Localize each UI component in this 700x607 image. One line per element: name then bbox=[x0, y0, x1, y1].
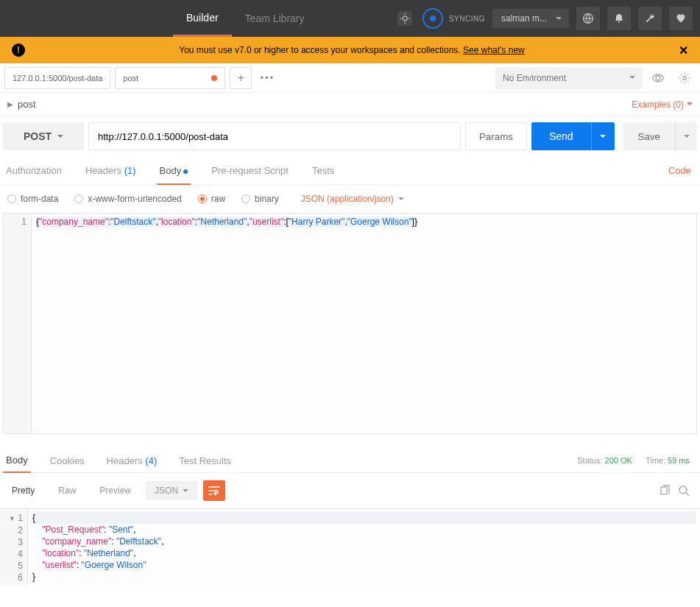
tab-prerequest[interactable]: Pre-request Script bbox=[208, 158, 291, 184]
sync-status: SYNCING bbox=[423, 8, 485, 29]
environment-select[interactable]: No Environment bbox=[495, 67, 643, 89]
radio-binary[interactable]: binary bbox=[241, 194, 279, 204]
capture-icon[interactable] bbox=[397, 11, 412, 26]
examples-dropdown[interactable]: Examples (0) bbox=[632, 99, 693, 110]
user-menu[interactable]: salman m... bbox=[492, 9, 569, 28]
svg-point-2 bbox=[683, 76, 686, 79]
banner-link[interactable]: See what's new bbox=[463, 45, 525, 55]
copy-icon[interactable] bbox=[659, 485, 671, 497]
save-dropdown-button[interactable] bbox=[675, 122, 697, 150]
resp-tab-cookies[interactable]: Cookies bbox=[47, 449, 88, 472]
resp-tab-body[interactable]: Body bbox=[3, 449, 31, 473]
tab-authorization[interactable]: Authorization bbox=[3, 158, 65, 184]
format-select[interactable]: JSON (application/json) bbox=[301, 194, 404, 204]
editor-gutter: 1 bbox=[4, 214, 32, 433]
warning-icon: ! bbox=[12, 43, 25, 57]
search-icon[interactable] bbox=[678, 485, 690, 497]
response-status: Status: 200 OK Time: 59 ms bbox=[577, 456, 697, 465]
svg-rect-3 bbox=[661, 487, 667, 494]
nav-tab-builder[interactable]: Builder bbox=[173, 0, 232, 37]
tab-headers[interactable]: Headers (1) bbox=[82, 158, 139, 184]
request-tab-row: 127.0.0.1:5000/post-data post + ••• No E… bbox=[0, 63, 700, 93]
environment-gear-icon[interactable] bbox=[674, 67, 696, 89]
crumb-arrow-icon[interactable]: ▶ bbox=[7, 100, 13, 108]
send-button[interactable]: Send bbox=[531, 122, 591, 150]
banner-close-icon[interactable]: ✕ bbox=[679, 43, 688, 57]
request-tab-1[interactable]: 127.0.0.1:5000/post-data bbox=[4, 67, 110, 89]
body-type-row: form-data x-www-form-urlencoded raw bina… bbox=[0, 185, 700, 213]
environment-eye-icon[interactable] bbox=[647, 67, 669, 89]
request-sub-tabs: Authorization Headers (1) Body Pre-reque… bbox=[0, 158, 700, 185]
update-banner: ! You must use v7.0 or higher to access … bbox=[0, 37, 700, 63]
globe-icon[interactable] bbox=[576, 7, 600, 30]
code-link[interactable]: Code bbox=[662, 158, 697, 184]
request-tab-2[interactable]: post bbox=[115, 67, 225, 89]
svg-point-4 bbox=[679, 486, 687, 494]
request-row: POST Params Send Save bbox=[0, 116, 700, 158]
tab-body[interactable]: Body bbox=[157, 158, 191, 185]
resp-format-select[interactable]: JSON bbox=[146, 481, 197, 500]
resp-tab-results[interactable]: Test Results bbox=[176, 449, 234, 472]
request-body-editor[interactable]: 1 {"company_name":"Delftstack","location… bbox=[3, 213, 697, 434]
url-input[interactable] bbox=[88, 122, 461, 150]
resp-view-pretty[interactable]: Pretty bbox=[3, 481, 43, 500]
radio-urlencoded[interactable]: x-www-form-urlencoded bbox=[74, 194, 181, 204]
resp-tab-headers[interactable]: Headers (4) bbox=[104, 449, 160, 472]
sync-icon bbox=[423, 8, 443, 29]
tab-overflow-button[interactable]: ••• bbox=[256, 72, 278, 83]
request-name: post bbox=[18, 99, 36, 110]
sync-text: SYNCING bbox=[449, 15, 485, 23]
new-tab-button[interactable]: + bbox=[230, 67, 252, 89]
send-dropdown-button[interactable] bbox=[591, 122, 615, 150]
editor-code[interactable]: {"company_name":"Delftstack","location":… bbox=[32, 214, 696, 433]
radio-raw[interactable]: raw bbox=[198, 194, 225, 204]
resp-code[interactable]: { "Post_Request": "Sent", "company_name"… bbox=[28, 509, 700, 586]
banner-text: You must use v7.0 or higher to access yo… bbox=[34, 45, 670, 55]
response-body-editor[interactable]: ▼ 123456 { "Post_Request": "Sent", "comp… bbox=[0, 508, 700, 586]
heart-icon[interactable] bbox=[669, 7, 693, 30]
svg-point-0 bbox=[403, 16, 407, 21]
nav-tab-team-library[interactable]: Team Library bbox=[232, 0, 318, 37]
radio-form-data[interactable]: form-data bbox=[7, 194, 58, 204]
resp-view-raw[interactable]: Raw bbox=[49, 481, 85, 500]
resp-view-preview[interactable]: Preview bbox=[91, 481, 140, 500]
bell-icon[interactable] bbox=[607, 7, 631, 30]
wrench-icon[interactable] bbox=[638, 7, 662, 30]
body-changed-dot-icon bbox=[183, 169, 188, 174]
top-nav: Builder Team Library SYNCING salman m... bbox=[0, 0, 700, 37]
save-button[interactable]: Save bbox=[623, 122, 675, 150]
method-select[interactable]: POST bbox=[3, 122, 84, 150]
wrap-toggle-icon[interactable] bbox=[203, 480, 225, 501]
response-tabrow: Body Cookies Headers (4) Test Results St… bbox=[0, 443, 700, 473]
response-tools: Pretty Raw Preview JSON bbox=[0, 473, 700, 508]
tab-tests[interactable]: Tests bbox=[309, 158, 337, 184]
resp-gutter: ▼ 123456 bbox=[0, 509, 28, 586]
unsaved-dot-icon bbox=[211, 75, 217, 81]
params-button[interactable]: Params bbox=[465, 122, 527, 150]
breadcrumb: ▶ post Examples (0) bbox=[0, 93, 700, 116]
